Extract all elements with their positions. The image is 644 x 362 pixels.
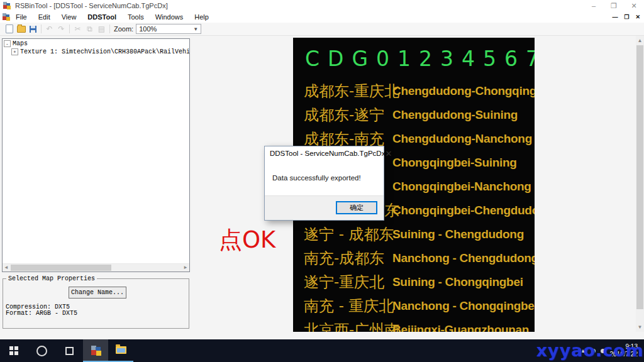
redo-icon[interactable]: ↷: [55, 24, 67, 35]
collapse-icon[interactable]: -: [4, 40, 11, 47]
tree-node-maps[interactable]: - Maps: [3, 40, 189, 47]
menu-item[interactable]: DDSTool: [82, 11, 122, 23]
windows-logo-icon: [9, 346, 18, 355]
route-english: Suining - Chengdudong: [392, 228, 524, 241]
route-english: Beijingxi-Guangzhounan: [392, 323, 529, 332]
scrollbar-thumb[interactable]: [636, 45, 643, 309]
route-chinese: 南充 - 重庆北: [304, 296, 392, 316]
search-icon: [36, 346, 47, 356]
copy-icon[interactable]: ⧉: [84, 24, 96, 35]
zoom-label: Zoom:: [114, 25, 133, 33]
menu-item[interactable]: Edit: [33, 11, 56, 23]
menu-item[interactable]: Help: [189, 11, 214, 23]
paste-icon[interactable]: ▤: [96, 24, 108, 35]
dialog-title: DDSTool - ServiceNumCab.TgPcDx: [270, 150, 385, 157]
tree-node-label: Maps: [13, 40, 28, 47]
toolbar-separator: [69, 25, 70, 33]
texture-row: 南充-成都东 Nanchong - Chengdudong: [293, 246, 535, 270]
system-tray: ▲ 9:13 2016/7/22 xyyao.com: [580, 339, 644, 362]
window-titlebar: RSBinTool - [DDSTool - ServiceNumCab.TgP…: [0, 0, 644, 11]
mdi-close-button[interactable]: ✕: [635, 14, 640, 20]
mdi-client-area: - Maps + Texture 1: SimtechVision\CRH380…: [0, 36, 644, 339]
toolbar-separator: [41, 25, 42, 33]
dialog-footer: 确定: [265, 195, 384, 220]
toolbar: ↶ ↷ ✂ ⧉ ▤ Zoom: 100% ▼: [0, 23, 644, 36]
scroll-up-icon[interactable]: ▲: [636, 36, 644, 45]
horizontal-scrollbar[interactable]: ◄ ►: [3, 263, 189, 272]
scroll-down-icon[interactable]: ▼: [636, 323, 644, 331]
minimize-button[interactable]: –: [584, 0, 604, 11]
texture-row: 北京西-广州南 Beijingxi-Guangzhounan: [293, 318, 535, 332]
start-button[interactable]: [0, 339, 28, 362]
route-chinese: 遂宁 - 成都东: [304, 224, 392, 244]
watermark: xyyao.com: [536, 341, 644, 360]
open-icon[interactable]: [15, 24, 27, 35]
menu-item[interactable]: File: [10, 11, 33, 23]
route-english: Chengdudong-Nanchong: [392, 132, 532, 146]
route-english: Chongqingbei-Suining: [392, 156, 517, 170]
zoom-dropdown[interactable]: 100% ▼: [136, 24, 201, 34]
new-icon[interactable]: [3, 24, 15, 35]
export-dialog: DDSTool - ServiceNumCab.TgPcDx ✕ Data su…: [264, 146, 384, 221]
file-explorer-icon: [116, 346, 126, 354]
route-english: Suining - Chongqingbei: [392, 275, 523, 289]
menu-item[interactable]: Windows: [150, 11, 189, 23]
search-button[interactable]: [28, 339, 55, 362]
rsbintool-app-icon: [91, 345, 101, 355]
close-icon[interactable]: ✕: [385, 146, 392, 160]
group-title: Selected Map Properties: [6, 275, 97, 282]
chevron-down-icon: ▼: [193, 26, 198, 32]
change-name-button[interactable]: Change Name...: [69, 287, 126, 299]
route-english: Nanchong - Chongqingbei: [392, 299, 535, 313]
texture-row: 成都东-重庆北 Chengdudong-Chongqingbei: [293, 79, 535, 103]
maps-tree-panel: - Maps + Texture 1: SimtechVision\CRH380…: [2, 38, 190, 272]
taskbar-item-explorer[interactable]: [108, 339, 133, 362]
route-chinese: 北京西-广州南: [304, 320, 392, 332]
menu-item[interactable]: View: [56, 11, 82, 23]
texture-row: 遂宁-重庆北 Suining - Chongqingbei: [293, 270, 535, 294]
scroll-right-icon[interactable]: ►: [182, 264, 189, 271]
tree-node-texture1[interactable]: + Texture 1: SimtechVision\CRH380APack\R…: [10, 48, 189, 55]
texture-row: 成都东-遂宁 Chengdudong-Suining: [293, 103, 535, 127]
ok-button[interactable]: 确定: [336, 201, 377, 214]
toolbar-separator: [109, 25, 110, 33]
cut-icon[interactable]: ✂: [72, 24, 84, 35]
dialog-message: Data successfully exported!: [265, 160, 384, 182]
mdi-restore-button[interactable]: ❐: [624, 14, 629, 20]
task-view-icon: [65, 347, 74, 355]
app-icon: [3, 2, 11, 9]
scrollbar-thumb[interactable]: [11, 265, 111, 271]
zoom-value: 100%: [139, 25, 157, 33]
vertical-scrollbar[interactable]: ▲ ▼: [636, 36, 644, 332]
format-value: Format: ARGB - DXT5: [6, 310, 77, 317]
mdi-minimize-button[interactable]: —: [612, 14, 618, 20]
texture-header-text: CDG0123456789: [293, 38, 535, 79]
close-button[interactable]: ✕: [624, 0, 644, 11]
menu-item[interactable]: Tools: [122, 11, 150, 23]
undo-icon[interactable]: ↶: [43, 24, 55, 35]
route-english: Chengdudong-Suining: [392, 108, 518, 122]
taskbar: ▲ 9:13 2016/7/22 xyyao.com: [0, 339, 644, 362]
save-icon[interactable]: [27, 24, 39, 35]
route-chinese: 南充-成都东: [304, 248, 392, 268]
scroll-left-icon[interactable]: ◄: [3, 264, 10, 271]
texture-row: 南充 - 重庆北 Nanchong - Chongqingbei: [293, 294, 535, 318]
route-english: Chongqingbei-Nanchong: [392, 180, 531, 194]
task-view-button[interactable]: [55, 339, 83, 362]
route-chinese: 遂宁-重庆北: [304, 272, 392, 292]
texture-row: 遂宁 - 成都东 Suining - Chengdudong: [293, 222, 535, 246]
expand-icon[interactable]: +: [11, 48, 18, 55]
maximize-button[interactable]: ❐: [604, 0, 624, 11]
taskbar-item-rsbintool[interactable]: [83, 339, 108, 362]
route-english: Chongqingbei-Chengdudong: [392, 204, 535, 217]
mdi-child-icon: [3, 13, 10, 21]
menu-items: FileEditViewDDSToolToolsWindowsHelp: [10, 11, 214, 23]
selected-map-properties-group: Selected Map Properties Change Name... C…: [3, 278, 189, 329]
route-english: Chengdudong-Chongqingbei: [392, 84, 535, 98]
click-ok-annotation: 点OK: [219, 228, 275, 251]
route-chinese: 成都东-遂宁: [304, 105, 392, 125]
menu-bar: FileEditViewDDSToolToolsWindowsHelp — ❐ …: [0, 11, 644, 23]
route-english: Nanchong - Chengdudong: [392, 251, 535, 265]
route-chinese: 成都东-重庆北: [304, 81, 392, 101]
tree-node-label: Texture 1: SimtechVision\CRH380APack\Rai…: [20, 48, 189, 55]
